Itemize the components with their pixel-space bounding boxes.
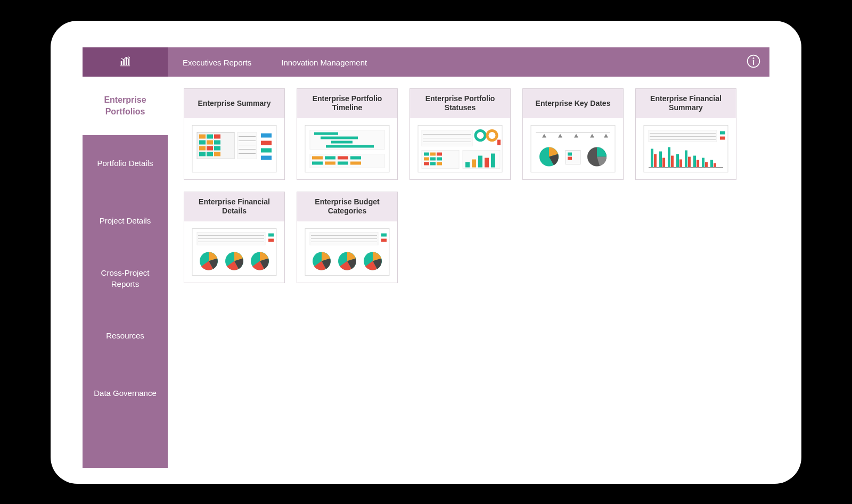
sidebar-item-project-details[interactable]: Project Details (83, 193, 168, 250)
svg-rect-15 (207, 152, 213, 156)
svg-rect-85 (671, 155, 674, 167)
svg-rect-58 (430, 162, 436, 165)
top-tab-label: Innovation Management (281, 58, 367, 68)
svg-rect-39 (325, 161, 335, 164)
svg-rect-93 (705, 162, 708, 167)
svg-rect-94 (710, 160, 713, 167)
report-thumbnail (184, 118, 284, 179)
bar-chart-icon (643, 125, 728, 173)
svg-rect-37 (350, 156, 361, 159)
kpi-dashboard-icon (530, 125, 616, 173)
svg-rect-112 (381, 233, 387, 236)
svg-rect-40 (338, 161, 348, 164)
top-tab-executives-reports[interactable]: Executives Reports (168, 47, 266, 77)
svg-rect-103 (268, 238, 274, 242)
svg-rect-11 (199, 146, 206, 150)
sidebar-item-resources[interactable]: Resources (83, 308, 168, 365)
svg-rect-52 (430, 152, 436, 155)
report-thumbnail (410, 118, 510, 179)
svg-rect-31 (331, 141, 353, 143)
svg-rect-33 (310, 154, 384, 168)
svg-rect-82 (659, 151, 662, 167)
svg-rect-26 (261, 155, 272, 160)
svg-rect-74 (649, 130, 717, 142)
svg-rect-64 (485, 158, 489, 167)
svg-rect-56 (437, 157, 442, 160)
report-card-title: Enterprise Portfolio Timeline (297, 89, 397, 118)
report-card-grid: Enterprise Summary (184, 88, 764, 283)
sidebar-item-label: Data Governance (94, 388, 157, 399)
sidebar-item-portfolio-details[interactable]: Portfolio Details (83, 135, 168, 193)
svg-rect-38 (312, 161, 323, 164)
pie-charts-icon (305, 228, 390, 276)
top-tab-innovation-management[interactable]: Innovation Management (266, 47, 382, 77)
report-card-enterprise-summary[interactable]: Enterprise Summary (184, 88, 285, 180)
svg-rect-23 (261, 133, 272, 137)
home-button[interactable] (83, 47, 168, 77)
svg-rect-53 (437, 152, 442, 155)
top-bar: Executives Reports Innovation Management (83, 47, 769, 77)
svg-rect-9 (207, 140, 213, 144)
svg-rect-61 (465, 162, 470, 167)
sidebar-item-label: Cross-Project Reports (91, 268, 160, 290)
svg-rect-91 (697, 160, 699, 167)
report-thumbnail (297, 118, 397, 179)
top-tab-label: Executives Reports (183, 58, 251, 68)
report-card-title: Enterprise Portfolio Statuses (410, 89, 510, 118)
report-thumbnail (523, 118, 623, 179)
svg-rect-5 (199, 134, 206, 138)
svg-rect-78 (720, 131, 725, 134)
chart-home-icon (119, 55, 131, 69)
svg-point-2 (753, 57, 755, 59)
svg-rect-65 (491, 153, 495, 167)
svg-rect-54 (424, 157, 429, 160)
sidebar-item-label: Resources (106, 331, 144, 341)
svg-rect-55 (430, 157, 436, 160)
svg-rect-92 (702, 158, 704, 167)
svg-rect-13 (214, 146, 220, 150)
report-card-enterprise-financial-summary[interactable]: Enterprise Financial Summary (635, 88, 736, 180)
report-card-title: Enterprise Summary (184, 89, 284, 118)
svg-rect-63 (478, 155, 482, 167)
svg-rect-49 (497, 139, 501, 145)
report-card-enterprise-financial-details[interactable]: Enterprise Financial Details (184, 192, 285, 283)
report-card-enterprise-portfolio-timeline[interactable]: Enterprise Portfolio Timeline (297, 88, 398, 180)
svg-rect-90 (693, 155, 696, 167)
report-card-enterprise-portfolio-statuses[interactable]: Enterprise Portfolio Statuses (409, 88, 511, 180)
svg-rect-35 (325, 156, 335, 159)
report-card-title: Enterprise Financial Summary (636, 89, 736, 118)
svg-rect-95 (714, 163, 716, 167)
sidebar-item-cross-project-reports[interactable]: Cross-Project Reports (83, 250, 168, 308)
info-button[interactable] (738, 47, 769, 77)
report-thumbnail (184, 221, 284, 283)
svg-rect-10 (214, 140, 220, 144)
svg-rect-30 (321, 136, 358, 139)
sidebar: Enterprise Portfolios Portfolio Details … (83, 77, 168, 468)
svg-rect-6 (207, 134, 213, 138)
info-icon (746, 54, 761, 70)
svg-rect-24 (261, 141, 272, 145)
sidebar-item-label: Enterprise Portfolios (88, 94, 162, 117)
sidebar-stack: Portfolio Details Project Details Cross-… (83, 135, 168, 468)
sidebar-item-enterprise-portfolios[interactable]: Enterprise Portfolios (83, 77, 168, 135)
report-card-enterprise-budget-categories[interactable]: Enterprise Budget Categories (297, 192, 398, 283)
status-dashboard-icon (417, 125, 503, 173)
app-frame: Executives Reports Innovation Management… (83, 47, 769, 468)
svg-rect-62 (472, 159, 476, 167)
svg-rect-57 (424, 162, 429, 165)
report-card-enterprise-key-dates[interactable]: Enterprise Key Dates (522, 88, 624, 180)
svg-rect-81 (654, 154, 657, 167)
svg-rect-34 (312, 156, 323, 159)
gantt-chart-icon (305, 125, 390, 173)
sidebar-item-label: Project Details (100, 216, 151, 226)
svg-rect-14 (199, 152, 206, 156)
svg-rect-102 (268, 233, 274, 236)
report-thumbnail (297, 221, 397, 283)
svg-rect-16 (214, 152, 220, 156)
svg-rect-59 (437, 162, 442, 165)
svg-rect-88 (685, 150, 687, 167)
sidebar-item-data-governance[interactable]: Data Governance (83, 365, 168, 423)
body-row: Enterprise Portfolios Portfolio Details … (83, 77, 769, 468)
content-area: Enterprise Summary (168, 77, 769, 468)
svg-rect-71 (568, 156, 572, 160)
